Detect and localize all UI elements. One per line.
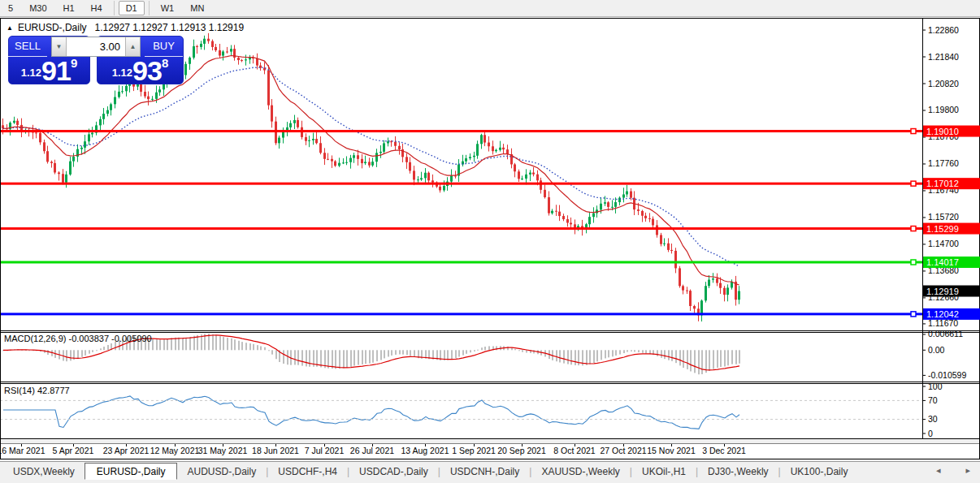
- tab-scroll-right-icon[interactable]: ▸: [965, 465, 970, 475]
- chart-tab-usdx-weekly[interactable]: USDX,Weekly: [3, 464, 85, 479]
- chart-title: ▲EURUSD-,Daily1.12927 1.12927 1.12913 1.…: [7, 22, 244, 33]
- hline-1.17012[interactable]: [0, 183, 922, 185]
- date-axis-label: 7 Jul 2021: [305, 446, 345, 455]
- price-tag-label: 1.17012: [926, 179, 959, 188]
- rsi-axis-label: 70: [928, 395, 938, 405]
- timeframe-button-5[interactable]: 5: [1, 1, 20, 15]
- hline-1.14017[interactable]: [0, 261, 922, 264]
- chart-tab-xauusd-weekly[interactable]: XAUUSD-,Weekly: [531, 464, 629, 479]
- chart-window: 1.228601.218401.208201.198001.187801.177…: [0, 18, 980, 459]
- chart-ohlc-values: 1.12927 1.12927 1.12913 1.12919: [95, 22, 245, 33]
- chart-symbol-label: EURUSD-,Daily: [18, 22, 87, 33]
- timeframe-toolbar: 5M30H1H4D1W1MN: [0, 0, 980, 17]
- hline-1.19010[interactable]: [0, 130, 922, 132]
- chart-tab-usdcnh-daily[interactable]: USDCNH-,Daily: [440, 464, 529, 479]
- buy-button[interactable]: BUY: [145, 36, 183, 57]
- date-axis-label: 15 Nov 2021: [647, 446, 696, 455]
- price-tag-label: 1.14017: [926, 257, 959, 267]
- price-tag-label: 1.12042: [926, 309, 959, 319]
- sell-price-pip: 9: [71, 56, 77, 70]
- date-axis-label: 20 Sep 2021: [497, 446, 546, 455]
- rsi-axis-label: 0: [928, 429, 933, 438]
- price-axis-label: 1.20820: [928, 79, 959, 88]
- volume-input[interactable]: 3.00: [67, 37, 125, 56]
- chart-tab-ukoil-h1[interactable]: UKOil-,H1: [632, 464, 696, 479]
- date-axis-label: 16 Mar 2021: [0, 446, 46, 455]
- timeframe-button-h4[interactable]: H4: [84, 1, 110, 15]
- price-tag-label: 1.15299: [926, 224, 959, 234]
- trading-terminal-window: { "toolbar": { "timeframes": [ {"label":…: [0, 0, 980, 483]
- price-axis-label: 1.17760: [928, 158, 959, 168]
- chart-tab-dj30-weekly[interactable]: DJ30-,Weekly: [698, 464, 778, 479]
- date-axis-label: 13 Aug 2021: [401, 446, 449, 455]
- hline-handle[interactable]: [911, 260, 916, 265]
- price-axis-label: 1.11670: [928, 318, 958, 328]
- rsi-title: RSI(14) 42.8777: [4, 386, 70, 395]
- timeframe-button-h1[interactable]: H1: [56, 1, 82, 15]
- hline-handle[interactable]: [911, 129, 916, 134]
- price-axis-label: 1.21840: [928, 52, 959, 62]
- chart-tabs: USDX,WeeklyEURUSD-,DailyAUDUSD-,Daily|US…: [3, 463, 857, 480]
- chart-tab-usdchf-h4[interactable]: USDCHF-,H4: [268, 464, 347, 479]
- macd-axis-label: 0.00: [928, 345, 945, 355]
- chevron-down-icon: ▼: [56, 43, 63, 50]
- date-axis-label: 1 Sep 2021: [452, 446, 496, 455]
- sell-button[interactable]: SELL: [8, 36, 47, 57]
- timeframe-button-w1[interactable]: W1: [154, 1, 182, 15]
- sell-price-big: 91: [41, 60, 71, 83]
- date-axis-label: 18 Jun 2021: [252, 446, 299, 455]
- hline-1.15299[interactable]: [0, 227, 922, 230]
- price-axis-label: 1.15720: [928, 212, 959, 222]
- timeframe-button-mn[interactable]: MN: [183, 1, 211, 15]
- chart-tab-usdcad-daily[interactable]: USDCAD-,Daily: [349, 464, 438, 479]
- buy-price-big: 93: [132, 60, 162, 83]
- hline-handle[interactable]: [911, 312, 916, 317]
- price-tag-label: 1.12919: [926, 287, 959, 296]
- hline-handle[interactable]: [911, 226, 916, 231]
- macd-axis-label: 0.006611: [928, 329, 963, 339]
- price-axis-label: 1.22860: [928, 25, 959, 35]
- rsi-axis-label: 30: [928, 414, 938, 424]
- date-axis-label: 12 May 2021: [150, 446, 200, 455]
- price-axis-label: 1.19800: [928, 105, 959, 114]
- hline-1.12042[interactable]: [0, 313, 922, 315]
- macd-title: MACD(12,26,9) -0.003837 -0.005090: [4, 334, 152, 343]
- date-axis-label: 3 Dec 2021: [702, 446, 746, 455]
- volume-spinner: ▼ 3.00 ▲: [51, 37, 141, 57]
- date-axis-label: 23 Apr 2021: [103, 446, 150, 455]
- date-axis-label: 31 May 2021: [198, 446, 248, 455]
- date-axis-label: 27 Oct 2021: [600, 446, 646, 455]
- collapse-arrow-icon[interactable]: ▲: [7, 24, 13, 32]
- timeframe-button-m30[interactable]: M30: [22, 1, 54, 15]
- volume-increase-button[interactable]: ▲: [125, 37, 140, 56]
- one-click-trading-panel: 1.12 91 9 1.12 93 8 SELL BUY ▼ 3.00 ▲: [8, 36, 184, 84]
- tab-scroll-arrows: ◂ ▸: [913, 465, 970, 476]
- rsi-axis-label: 100: [928, 382, 943, 391]
- chart-tab-bar: USDX,WeeklyEURUSD-,DailyAUDUSD-,Daily|US…: [0, 461, 980, 483]
- buy-price-pip: 8: [162, 56, 168, 70]
- date-axis-label: 26 Jul 2021: [350, 446, 394, 455]
- price-tag-label: 1.19010: [926, 127, 959, 136]
- sell-price-prefix: 1.12: [21, 67, 41, 79]
- hline-handle[interactable]: [911, 181, 916, 186]
- chevron-up-icon: ▲: [130, 43, 137, 50]
- tab-scroll-left-icon[interactable]: ◂: [936, 465, 941, 475]
- volume-decrease-button[interactable]: ▼: [52, 37, 67, 56]
- price-axis-label: 1.14700: [928, 239, 959, 248]
- chart-tab-eurusd-daily[interactable]: EURUSD-,Daily: [85, 463, 178, 480]
- date-axis-label: 8 Oct 2021: [553, 446, 596, 455]
- toolbar-separator: [149, 1, 150, 15]
- macd-axis-label: -0.010599: [928, 370, 966, 380]
- toolbar-separator: [114, 1, 115, 15]
- chart-tab-audusd-daily[interactable]: AUDUSD-,Daily: [177, 464, 266, 479]
- date-axis-label: 5 Apr 2021: [53, 446, 94, 455]
- buy-price-prefix: 1.12: [112, 67, 132, 79]
- chart-tab-uk100-daily[interactable]: UK100-,Daily: [781, 464, 858, 479]
- timeframe-button-d1[interactable]: D1: [119, 1, 145, 15]
